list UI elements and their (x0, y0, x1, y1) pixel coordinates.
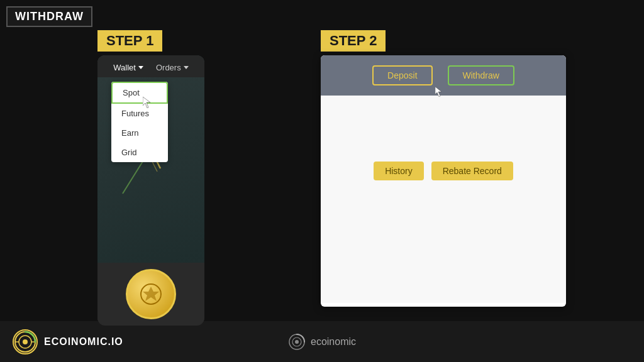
gold-coin (126, 269, 176, 319)
svg-marker-5 (143, 287, 159, 301)
dropdown-futures[interactable]: Futures (111, 104, 168, 123)
orders-chevron-icon (184, 66, 189, 69)
wallet-dropdown: Spot Futures Earn Grid (111, 82, 168, 162)
withdraw-badge: WITHDRAW (6, 6, 92, 27)
step2-label: STEP 2 (321, 30, 386, 52)
svg-point-14 (295, 340, 299, 344)
svg-marker-6 (435, 87, 441, 97)
logo-center: ecoinomic (288, 333, 356, 351)
history-row: History Rebate Record (374, 162, 513, 180)
deposit-button[interactable]: Deposit (372, 65, 432, 85)
step1-phone: Wallet Orders Spot Futures Earn Grid (97, 55, 204, 326)
wallet-nav-item[interactable]: Wallet (113, 63, 143, 72)
withdraw-button[interactable]: Withdraw (448, 65, 514, 85)
logo-left: ECOINOMIC.IO (13, 329, 123, 354)
browser-content: History Rebate Record (321, 96, 566, 303)
dropdown-earn[interactable]: Earn (111, 123, 168, 143)
ecoinomic-logo-text: ECOINOMIC.IO (44, 336, 123, 348)
step2-browser: Deposit Withdraw History Rebate Record (321, 55, 566, 307)
browser-cursor-icon (435, 87, 443, 99)
ecoinomic-logo-icon (14, 331, 36, 353)
orders-nav-item[interactable]: Orders (156, 63, 189, 72)
history-button[interactable]: History (374, 162, 424, 180)
coin-icon (138, 282, 164, 307)
step1-label: STEP 1 (97, 30, 162, 52)
logo-circle-icon (13, 329, 38, 354)
browser-header: Deposit Withdraw (321, 55, 566, 96)
wallet-label: Wallet (113, 63, 136, 72)
center-logo-icon (288, 333, 306, 351)
rebate-record-button[interactable]: Rebate Record (431, 162, 513, 180)
dropdown-spot[interactable]: Spot (111, 82, 168, 104)
orders-label: Orders (156, 63, 181, 72)
dropdown-grid[interactable]: Grid (111, 143, 168, 162)
center-logo-text: ecoinomic (311, 336, 356, 348)
bottom-bar: ECOINOMIC.IO ecoinomic (0, 321, 644, 362)
svg-point-9 (23, 339, 28, 344)
wallet-chevron-icon (138, 66, 143, 69)
